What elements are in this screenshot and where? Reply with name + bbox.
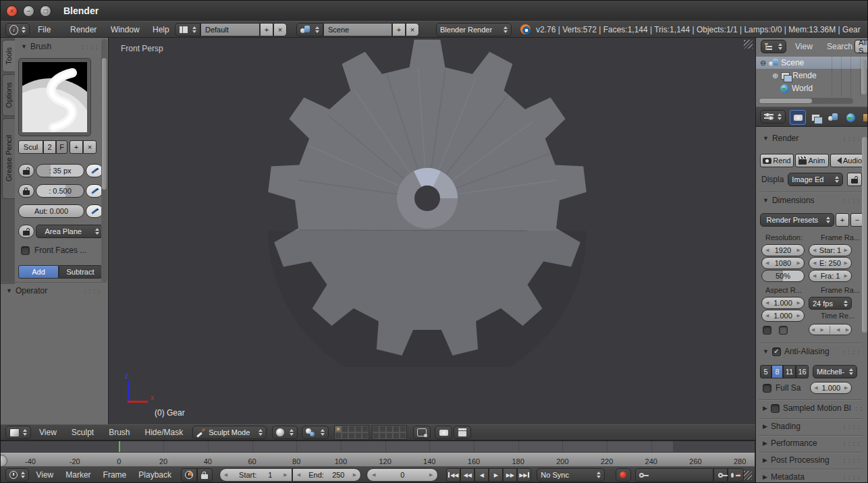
add-preset-button[interactable]: + — [836, 213, 849, 227]
menu-frame[interactable]: Frame — [103, 470, 127, 480]
border-checkbox[interactable] — [763, 326, 771, 335]
screen-layout-name-field[interactable]: Default — [200, 23, 260, 36]
fps-dropdown[interactable]: 24 fps — [809, 297, 852, 310]
panel-drag-dots[interactable]: :::: — [80, 43, 99, 51]
stepper-left-arrow-icon[interactable]: ◀ — [372, 472, 375, 478]
close-window-icon[interactable]: × — [6, 5, 18, 17]
layer-cell[interactable] — [335, 432, 342, 439]
scene-browse-button[interactable] — [296, 23, 323, 36]
play-button[interactable]: ▶ — [489, 468, 503, 482]
unified-strength-lock-button[interactable] — [18, 184, 34, 198]
layer-cell[interactable] — [342, 432, 348, 439]
outliner-row-world[interactable]: World — [756, 82, 868, 94]
aa-samples-8-button[interactable]: 8 — [771, 365, 783, 378]
frame-step-stepper[interactable]: ◀Fra: 1▶ — [809, 270, 852, 282]
editor-type-selector[interactable] — [760, 110, 786, 123]
jump-to-start-button[interactable]: ◀◀ — [446, 468, 460, 482]
panel-drag-dots[interactable]: :::: — [842, 474, 861, 481]
filter-size-stepper[interactable]: ◀1.000▶ — [810, 382, 852, 394]
menu-view[interactable]: View — [795, 42, 813, 51]
layer-cell[interactable] — [362, 432, 369, 439]
brush-panel-header[interactable]: ▼ Brush :::: — [21, 42, 99, 51]
tab-grease-pencil[interactable]: Grease Pencil — [2, 118, 15, 199]
tab-render-layers[interactable] — [807, 110, 823, 125]
tool-shelf-scrollbar[interactable] — [101, 39, 107, 282]
resolution-y-stepper[interactable]: ◀1080▶ — [761, 257, 805, 269]
menu-marker[interactable]: Marker — [65, 470, 90, 480]
properties-scrollbar[interactable] — [862, 137, 867, 333]
editor-type-selector[interactable] — [5, 426, 31, 439]
delete-scene-button[interactable]: × — [406, 23, 419, 36]
mode-dropdown[interactable]: Sculpt Mode — [192, 426, 267, 439]
lock-time-button[interactable] — [197, 468, 213, 482]
panel-drag-dots[interactable]: :::: — [83, 287, 102, 295]
layer-cell[interactable] — [393, 426, 400, 432]
timeline-scroll-knob[interactable] — [0, 455, 7, 467]
panel-drag-dots[interactable]: :::: — [842, 423, 861, 430]
corner-resize-grip[interactable] — [744, 40, 753, 49]
editor-type-selector[interactable]: i — [5, 23, 30, 36]
time-remap-steppers[interactable]: ◀▶◀▶ — [809, 324, 852, 335]
brush-users-count-button[interactable]: 2 — [43, 140, 56, 154]
stepper-right-arrow-icon[interactable]: ▶ — [283, 472, 287, 478]
render-presets-dropdown[interactable]: Render Presets — [760, 213, 834, 227]
layers-grid-1[interactable] — [334, 425, 369, 440]
brush-radius-slider[interactable]: : 35 px — [36, 164, 84, 177]
direction-subtract-button[interactable]: Subtract — [59, 265, 102, 279]
add-screen-layout-button[interactable]: + — [260, 23, 273, 36]
layer-cell[interactable] — [335, 426, 342, 432]
layer-cell[interactable] — [386, 432, 393, 439]
maximize-window-icon[interactable]: □ — [40, 5, 51, 17]
layer-cell[interactable] — [348, 426, 355, 432]
outliner-scenes-filter-dropdown[interactable]: All S — [855, 40, 868, 53]
layer-cell[interactable] — [342, 426, 348, 432]
plane-lock-button[interactable] — [18, 225, 34, 238]
frame-start-stepper[interactable]: ◀Star: 1▶ — [809, 244, 852, 256]
panel-drag-dots[interactable]: :::: — [855, 405, 864, 412]
autosmooth-slider[interactable]: Aut: 0.000 — [18, 204, 84, 218]
aa-samples-5-button[interactable]: 5 — [760, 365, 771, 378]
frame-start-stepper[interactable]: ◀ Start: 1 ▶ — [219, 468, 292, 482]
menu-render[interactable]: Render — [70, 25, 97, 34]
aa-samples-16-button[interactable]: 16 — [796, 365, 809, 378]
render-engine-selector[interactable]: Blender Render — [436, 23, 512, 36]
menu-sculpt[interactable]: Sculpt — [72, 428, 94, 437]
timeline-band[interactable] — [1, 441, 755, 452]
sampled-motion-blur-checkbox[interactable] — [771, 404, 780, 413]
panel-drag-dots[interactable]: :::: — [842, 457, 861, 464]
resolution-x-stepper[interactable]: ◀1920▶ — [761, 244, 805, 256]
outliner-display-dropdown[interactable] — [761, 40, 786, 53]
unlink-brush-button[interactable]: × — [83, 140, 97, 154]
frame-end-stepper[interactable]: ◀ End: 250 ▶ — [292, 468, 361, 482]
next-keyframe-button[interactable]: ▶▶ — [503, 468, 517, 482]
menu-view[interactable]: View — [39, 428, 57, 437]
layer-cell[interactable] — [400, 426, 406, 432]
sculpt-plane-dropdown[interactable]: Area Plane — [36, 225, 103, 238]
viewport-shading-dropdown[interactable] — [272, 426, 298, 439]
current-frame-stepper[interactable]: ◀ 0 ▶ — [367, 468, 438, 482]
timeline[interactable]: -40-200204060801001201401601802002202402… — [1, 441, 755, 466]
pivot-point-dropdown[interactable] — [302, 426, 329, 439]
use-preview-range-button[interactable] — [181, 468, 197, 482]
corner-resize-grip[interactable] — [744, 471, 752, 480]
menu-brush[interactable]: Brush — [109, 428, 130, 437]
tab-object[interactable] — [859, 110, 868, 125]
outliner-scrollbar-horizontal[interactable] — [759, 98, 853, 104]
aspect-x-stepper[interactable]: ◀1.000▶ — [761, 297, 805, 309]
aspect-y-stepper[interactable]: ◀1.000▶ — [761, 310, 805, 322]
auto-keyframe-button[interactable] — [616, 468, 631, 482]
render-opengl-anim-button[interactable] — [454, 426, 471, 439]
sampled-motion-blur-panel-header[interactable]: ▶ Sampled Motion Bl :::: — [763, 403, 864, 413]
layer-cell[interactable] — [386, 426, 393, 432]
menu-file[interactable]: File — [38, 25, 51, 34]
menu-search[interactable]: Search — [827, 42, 852, 51]
insert-keyframe-button[interactable] — [713, 468, 728, 482]
full-sample-checkbox[interactable] — [763, 384, 771, 393]
layers-grid-2[interactable] — [372, 425, 407, 440]
shading-panel-header[interactable]: ▶ Shading :::: — [763, 422, 861, 431]
render-panel-header[interactable]: ▼ Render :::: — [763, 134, 861, 143]
frame-end-stepper[interactable]: ◀E: 250▶ — [809, 257, 852, 269]
timeline-ruler[interactable]: -40-200204060801001201401601802002202402… — [1, 452, 755, 467]
layer-cell[interactable] — [355, 432, 362, 439]
panel-drag-dots[interactable]: :::: — [842, 197, 861, 204]
